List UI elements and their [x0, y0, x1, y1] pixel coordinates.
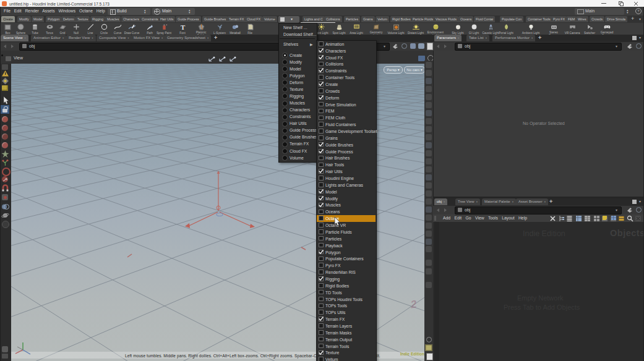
svg-text:T: T — [180, 23, 185, 30]
